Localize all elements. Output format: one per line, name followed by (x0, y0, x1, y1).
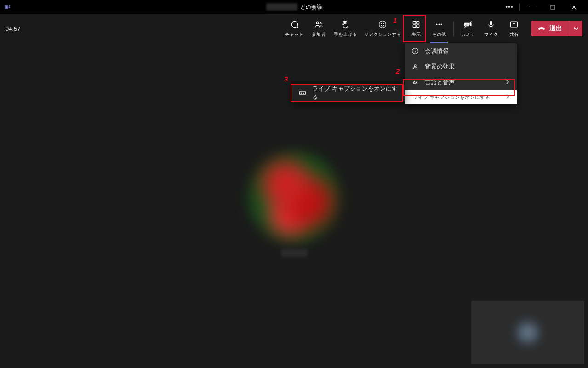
teams-app-icon: T (4, 3, 11, 11)
raise-hand-label: 手を上げる (334, 31, 357, 38)
react-label: リアクションする (364, 31, 401, 38)
submenu-live-caption-label: ライブ キャプションをオンにする (312, 85, 398, 101)
menu-live-caption-tooltip-row[interactable]: ライブ キャプションをオンにする (405, 90, 517, 104)
svg-point-28 (414, 65, 416, 67)
camera-label: カメラ (461, 31, 475, 38)
more-button[interactable]: その他 (428, 14, 451, 43)
svg-point-10 (379, 21, 386, 28)
participants-label: 参加者 (312, 31, 325, 38)
emoji-icon (378, 19, 387, 29)
svg-rect-3 (9, 6, 11, 8)
svg-point-2 (9, 5, 10, 6)
svg-point-12 (383, 23, 384, 24)
svg-point-11 (381, 23, 382, 24)
chat-button[interactable]: チャット (281, 14, 307, 43)
language-icon (411, 79, 419, 86)
svg-text:T: T (6, 6, 8, 9)
titlebar-more-icon[interactable]: ••• (500, 3, 519, 11)
submenu-live-caption[interactable]: ライブ キャプションをオンにする (292, 84, 405, 102)
svg-point-18 (439, 24, 440, 25)
menu-live-caption-tooltip-label: ライブ キャプションをオンにする (411, 93, 492, 102)
toolbar-divider (453, 21, 454, 36)
participants-button[interactable]: 参加者 (307, 14, 330, 43)
window-minimize-button[interactable] (521, 0, 542, 14)
view-label: 表示 (411, 31, 421, 38)
more-icon (434, 19, 444, 29)
svg-rect-22 (490, 21, 492, 25)
camera-button[interactable]: カメラ (457, 14, 480, 43)
share-label: 共有 (509, 31, 519, 38)
self-avatar-blurred (515, 320, 541, 345)
svg-point-9 (320, 23, 321, 24)
hangup-icon (537, 24, 546, 33)
svg-point-26 (415, 49, 415, 50)
view-button[interactable]: 表示 (405, 14, 428, 43)
svg-rect-16 (417, 25, 419, 28)
window-controls: ••• (500, 0, 584, 14)
raise-hand-button[interactable]: 手を上げる (330, 14, 360, 43)
divider (519, 3, 520, 11)
participant-name-blurred (281, 249, 308, 257)
menu-language-speech[interactable]: 言語と音声 (405, 75, 517, 90)
menu-meeting-info[interactable]: 会議情報 (405, 43, 517, 59)
people-icon (314, 19, 323, 29)
more-menu: 会議情報 背景の効果 言語と音声 ライブ キャプションをオンにする (405, 43, 517, 104)
step-3: 3 (284, 75, 288, 83)
meeting-toolbar: 04:57 チャット 参加者 手を上げる リアクションする 表示 その他 (0, 14, 588, 43)
svg-point-8 (316, 22, 319, 24)
more-label: その他 (432, 31, 446, 38)
self-view[interactable] (471, 301, 584, 364)
chevron-down-icon (573, 26, 579, 31)
share-icon (509, 19, 519, 29)
leave-label: 退出 (549, 24, 562, 33)
mic-icon (486, 19, 496, 29)
react-button[interactable]: リアクションする (360, 14, 405, 43)
svg-point-17 (436, 24, 438, 25)
svg-rect-13 (413, 21, 416, 24)
svg-rect-14 (417, 21, 419, 24)
svg-rect-5 (551, 5, 555, 9)
language-submenu: ライブ キャプションをオンにする (292, 84, 405, 102)
window-title-bar: T との会議 ••• (0, 0, 588, 14)
step-1: 1 (393, 17, 397, 24)
chat-label: チャット (285, 31, 303, 38)
cc-icon (299, 89, 307, 97)
leave-button[interactable]: 退出 (531, 21, 569, 36)
leave-button-group: 退出 (531, 21, 582, 36)
chevron-right-icon (505, 94, 510, 100)
participant-avatar-blurred (248, 151, 340, 243)
svg-rect-15 (413, 25, 416, 28)
meeting-timer: 04:57 (6, 25, 21, 32)
background-effects-icon (411, 63, 419, 70)
menu-language-speech-label: 言語と音声 (425, 78, 455, 86)
raise-hand-icon (341, 19, 350, 29)
chevron-right-icon (505, 79, 510, 86)
svg-rect-33 (300, 91, 306, 95)
chat-icon (290, 19, 299, 29)
menu-background-effects-label: 背景の効果 (425, 63, 455, 71)
window-title-suffix: との会議 (300, 3, 322, 11)
toolbar-controls: チャット 参加者 手を上げる リアクションする 表示 その他 カメラ (281, 14, 582, 43)
info-icon (411, 47, 419, 55)
mic-label: マイク (484, 31, 498, 38)
participant-tile (248, 151, 340, 257)
leave-dropdown-button[interactable] (569, 21, 582, 36)
menu-background-effects[interactable]: 背景の効果 (405, 59, 517, 75)
mic-button[interactable]: マイク (480, 14, 502, 43)
step-2: 2 (396, 67, 400, 75)
menu-meeting-info-label: 会議情報 (425, 47, 449, 55)
window-title: との会議 (266, 3, 322, 11)
participant-name-blurred (266, 3, 297, 11)
window-maximize-button[interactable] (542, 0, 563, 14)
share-button[interactable]: 共有 (502, 14, 525, 43)
camera-off-icon (463, 19, 473, 29)
grid-icon (411, 19, 421, 29)
svg-point-19 (441, 24, 442, 25)
window-close-button[interactable] (563, 0, 584, 14)
